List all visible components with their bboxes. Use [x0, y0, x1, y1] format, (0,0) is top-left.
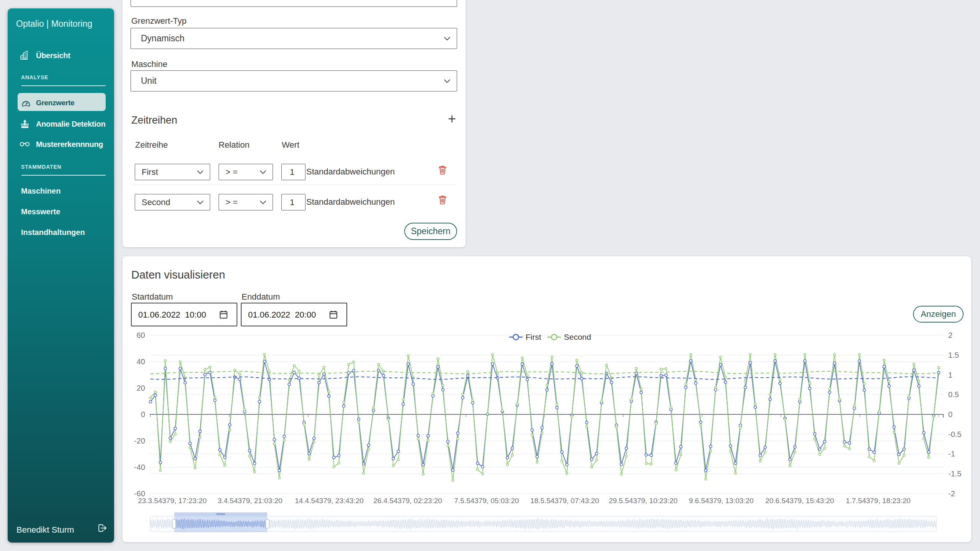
svg-text:1.5: 1.5 — [948, 351, 959, 359]
svg-text:1.7.54379, 18:23:20: 1.7.54379, 18:23:20 — [846, 497, 910, 505]
svg-text:40: 40 — [137, 357, 145, 366]
svg-text:0.5: 0.5 — [948, 390, 959, 399]
svg-text:First: First — [526, 333, 541, 341]
svg-text:0: 0 — [141, 410, 145, 419]
svg-text:-20: -20 — [134, 437, 145, 445]
svg-text:-2: -2 — [948, 489, 955, 498]
svg-text:26.4.54379, 02:23:20: 26.4.54379, 02:23:20 — [373, 497, 442, 505]
svg-text:1: 1 — [948, 371, 952, 379]
svg-text:18.5.54379, 07:43:20: 18.5.54379, 07:43:20 — [530, 497, 599, 505]
svg-text:14.4.54379, 23:43:20: 14.4.54379, 23:43:20 — [295, 497, 364, 505]
svg-text:-1.5: -1.5 — [948, 469, 961, 478]
svg-text:2: 2 — [948, 331, 952, 339]
svg-text:20.6.54379, 15:43:20: 20.6.54379, 15:43:20 — [765, 497, 834, 505]
svg-text:-1: -1 — [948, 450, 955, 458]
svg-text:29.5.54379, 10:23:20: 29.5.54379, 10:23:20 — [609, 497, 678, 505]
svg-text:0: 0 — [948, 410, 952, 419]
svg-text:9.6.54379, 13:03:20: 9.6.54379, 13:03:20 — [689, 497, 753, 505]
svg-text:3.4.54379, 21:03:20: 3.4.54379, 21:03:20 — [217, 497, 282, 505]
svg-text:-0.5: -0.5 — [948, 430, 961, 439]
svg-text:7.5.54379, 05:03:20: 7.5.54379, 05:03:20 — [454, 497, 519, 505]
svg-text:-40: -40 — [134, 463, 145, 471]
svg-text:23.3.54379, 17:23:20: 23.3.54379, 17:23:20 — [138, 497, 207, 505]
svg-text:20: 20 — [137, 384, 145, 392]
svg-text:Second: Second — [564, 333, 591, 341]
svg-text:60: 60 — [137, 331, 145, 339]
